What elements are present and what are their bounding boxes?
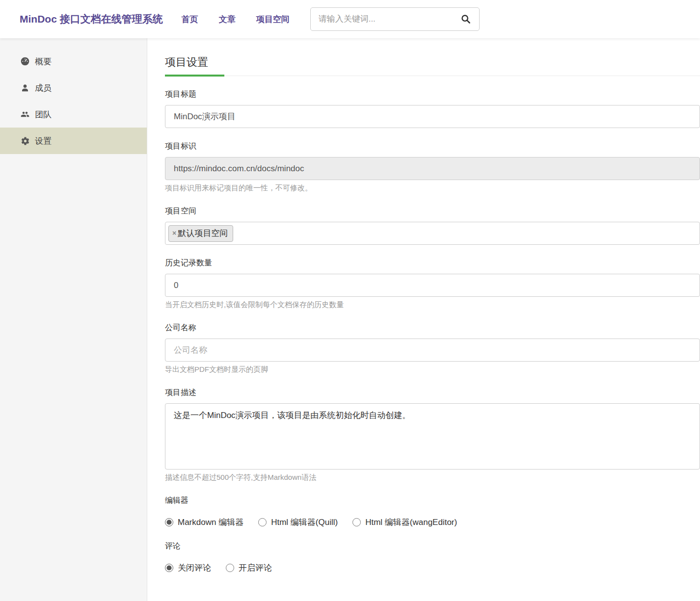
project-title-label: 项目标题 xyxy=(165,89,700,100)
editor-option-markdown[interactable]: Markdown 编辑器 xyxy=(165,517,243,528)
search-input[interactable] xyxy=(310,7,480,31)
project-space-label: 项目空间 xyxy=(165,206,700,216)
sidebar-item-label: 团队 xyxy=(35,109,52,120)
nav-link-project-space[interactable]: 项目空间 xyxy=(256,14,290,25)
remove-tag-icon[interactable]: × xyxy=(172,229,176,237)
project-title-input[interactable] xyxy=(165,105,700,128)
search-icon xyxy=(460,14,471,25)
description-help: 描述信息不超过500个字符,支持Markdown语法 xyxy=(165,473,700,482)
project-space-tag-label: 默认项目空间 xyxy=(178,228,228,239)
comment-label: 评论 xyxy=(165,541,700,551)
project-id-label: 项目标识 xyxy=(165,141,700,152)
description-textarea[interactable]: 这是一个MinDoc演示项目，该项目是由系统初始化时自动创建。 xyxy=(165,403,700,470)
sidebar-item-overview[interactable]: 概要 xyxy=(0,48,147,75)
sidebar-item-members[interactable]: 成员 xyxy=(0,75,147,101)
nav-link-home[interactable]: 首页 xyxy=(182,14,198,25)
company-name-label: 公司名称 xyxy=(165,323,700,333)
sidebar-item-label: 成员 xyxy=(35,82,52,94)
brand-title[interactable]: MinDoc 接口文档在线管理系统 xyxy=(20,12,163,26)
form-group-history-count: 历史记录数量 当开启文档历史时,该值会限制每个文档保存的历史数量 xyxy=(165,258,700,310)
comment-option-closed[interactable]: 关闭评论 xyxy=(165,562,211,574)
history-count-help: 当开启文档历史时,该值会限制每个文档保存的历史数量 xyxy=(165,300,700,310)
comment-radio-group: 关闭评论 开启评论 xyxy=(165,562,700,574)
editor-radio-wangeditor[interactable] xyxy=(352,518,361,526)
comment-option-open[interactable]: 开启评论 xyxy=(226,562,272,574)
editor-radio-markdown[interactable] xyxy=(165,518,173,526)
top-navbar: MinDoc 接口文档在线管理系统 首页 文章 项目空间 xyxy=(0,0,700,38)
page-title: 项目设置 xyxy=(165,46,700,76)
comment-radio-open[interactable] xyxy=(226,564,234,572)
sidebar-item-label: 概要 xyxy=(35,56,52,67)
form-group-project-space: 项目空间 × 默认项目空间 xyxy=(165,206,700,245)
company-name-input[interactable] xyxy=(165,339,700,362)
users-icon xyxy=(20,109,30,119)
editor-label: 编辑器 xyxy=(165,496,700,506)
form-group-project-id: 项目标识 项目标识用来标记项目的唯一性，不可修改。 xyxy=(165,141,700,193)
sidebar-item-label: 设置 xyxy=(35,135,52,147)
project-space-tag: × 默认项目空间 xyxy=(168,225,233,242)
project-space-select[interactable]: × 默认项目空间 xyxy=(165,222,700,245)
settings-panel: 项目设置 项目标题 项目标识 项目标识用来标记项目的唯一性，不可修改。 项目空间… xyxy=(147,38,700,601)
form-group-company-name: 公司名称 导出文档PDF文档时显示的页脚 xyxy=(165,323,700,374)
editor-option-quill[interactable]: Html 编辑器(Quill) xyxy=(258,517,338,528)
editor-option-wangeditor[interactable]: Html 编辑器(wangEditor) xyxy=(352,517,457,528)
form-group-comment: 评论 关闭评论 开启评论 xyxy=(165,541,700,574)
nav-link-articles[interactable]: 文章 xyxy=(219,14,236,25)
company-name-help: 导出文档PDF文档时显示的页脚 xyxy=(165,365,700,374)
form-group-description: 项目描述 这是一个MinDoc演示项目，该项目是由系统初始化时自动创建。 描述信… xyxy=(165,388,700,482)
comment-radio-closed[interactable] xyxy=(165,564,173,572)
history-count-label: 历史记录数量 xyxy=(165,258,700,268)
sidebar-item-settings[interactable]: 设置 xyxy=(0,128,147,154)
description-label: 项目描述 xyxy=(165,388,700,398)
sidebar-item-teams[interactable]: 团队 xyxy=(0,101,147,128)
gear-icon xyxy=(20,136,30,146)
project-id-help: 项目标识用来标记项目的唯一性，不可修改。 xyxy=(165,183,700,193)
editor-radio-group: Markdown 编辑器 Html 编辑器(Quill) Html 编辑器(wa… xyxy=(165,517,700,528)
form-group-editor: 编辑器 Markdown 编辑器 Html 编辑器(Quill) Html 编辑… xyxy=(165,496,700,528)
project-sidebar: 概要 成员 团队 设置 xyxy=(0,38,147,601)
dashboard-icon xyxy=(20,56,30,66)
history-count-input[interactable] xyxy=(165,274,700,297)
user-icon xyxy=(20,83,30,93)
editor-radio-quill[interactable] xyxy=(258,518,267,526)
nav-links: 首页 文章 项目空间 xyxy=(182,14,310,25)
project-id-input xyxy=(165,157,700,180)
search-button[interactable] xyxy=(457,7,475,31)
form-group-project-title: 项目标题 xyxy=(165,89,700,128)
search-box xyxy=(310,7,480,31)
